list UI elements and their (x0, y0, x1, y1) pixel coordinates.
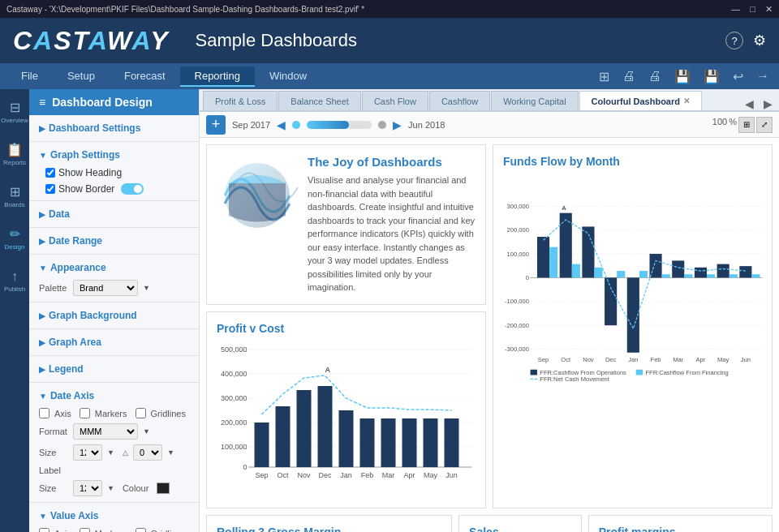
border-toggle[interactable] (121, 183, 144, 195)
svg-text:Feb: Feb (361, 471, 374, 479)
section-legend: ▶ Legend (29, 356, 199, 383)
tab-prev-icon[interactable]: ◀ (742, 97, 757, 110)
tab-cash-flow[interactable]: Cash Flow (362, 91, 428, 110)
svg-rect-34 (730, 274, 738, 277)
rail-reports[interactable]: 📋 Reports (2, 135, 28, 174)
section-header-data[interactable]: ▶ Data (29, 204, 199, 224)
svg-text:Sep: Sep (255, 471, 268, 479)
date-nav-left-icon[interactable]: ◀ (277, 118, 286, 131)
value-markers-checkbox[interactable] (80, 528, 90, 532)
svg-rect-75 (445, 418, 459, 467)
section-header-legend[interactable]: ▶ Legend (29, 359, 199, 379)
rail-overview[interactable]: ⊟ Overview (2, 92, 28, 131)
section-graph-settings: ▼ Graph Settings Show Heading Show Borde… (29, 142, 199, 201)
progress-dot-end (378, 121, 386, 129)
profit-cost-title: Profit v Cost (217, 322, 476, 335)
help-icon[interactable]: ? (725, 32, 743, 49)
window-controls[interactable]: — □ ✕ (731, 4, 773, 15)
section-data: ▶ Data (29, 201, 199, 228)
profit-margins-title: Profit margins (599, 526, 762, 533)
svg-rect-16 (537, 237, 549, 277)
tab-next-icon[interactable]: ▶ (760, 97, 776, 110)
value-gridlines-checkbox[interactable] (136, 528, 146, 532)
svg-rect-21 (649, 254, 661, 277)
profit-cost-card: Profit v Cost 500,000 400,000 300,000 20… (206, 311, 486, 508)
date-color-swatch[interactable] (157, 483, 170, 494)
save2-icon[interactable]: 💾 (700, 67, 723, 86)
redo-icon[interactable]: → (753, 67, 773, 86)
date-size-row: Size 12 ▼ △ 0 ▼ (29, 442, 199, 463)
markers-checkbox[interactable] (80, 408, 90, 418)
date-label-size-select[interactable]: 12 (73, 480, 102, 496)
grid-view-icon[interactable]: ⊞ (738, 117, 755, 133)
menu-forecast[interactable]: Forecast (110, 66, 180, 87)
svg-text:Oct: Oct (277, 471, 289, 479)
menu-window[interactable]: Window (255, 66, 321, 87)
section-header-graph-settings[interactable]: ▼ Graph Settings (29, 145, 199, 165)
grid-view-icon[interactable]: ⊞ (596, 67, 613, 86)
section-header-appearance[interactable]: ▼ Appearance (29, 258, 199, 277)
section-header-date-axis[interactable]: ▼ Date Axis (29, 386, 199, 405)
svg-text:100,000: 100,000 (507, 251, 529, 258)
title-bar: Castaway - 'X:\Development\PKIF Files\Da… (0, 0, 779, 18)
tab-profit-loss[interactable]: Profit & Loss (203, 91, 278, 110)
rail-design[interactable]: ✏ Design (2, 219, 28, 258)
tab-close-icon[interactable]: ✕ (683, 97, 690, 105)
chevron-right-icon-bg: ▶ (39, 311, 45, 320)
date-format-dropdown-icon: ▼ (143, 427, 150, 435)
svg-text:0: 0 (526, 274, 529, 281)
chevron-down-icon-value-axis: ▼ (39, 512, 47, 521)
undo-icon[interactable]: ↩ (730, 67, 747, 86)
svg-text:FFR:Cashflow From Financing: FFR:Cashflow From Financing (645, 369, 728, 376)
tab-balance-sheet[interactable]: Balance Sheet (278, 91, 361, 110)
rail-publish[interactable]: ↑ Publish (2, 261, 28, 300)
tab-working-capital[interactable]: Working Capital (491, 91, 578, 110)
date-format-select[interactable]: MMM (73, 423, 138, 440)
minimize-btn[interactable]: — (731, 4, 740, 15)
date-size-select[interactable]: 12 (73, 444, 102, 461)
maximize-btn[interactable]: □ (750, 4, 755, 15)
show-heading-checkbox[interactable] (45, 168, 55, 178)
svg-text:Jan: Jan (628, 356, 638, 363)
svg-rect-35 (751, 274, 760, 277)
menu-reporting[interactable]: Reporting (180, 66, 255, 87)
panel-header: ≡ Dashboard Design (29, 89, 199, 115)
svg-rect-70 (339, 410, 354, 467)
date-size2-select[interactable]: 0 (133, 444, 162, 461)
menu-setup[interactable]: Setup (53, 66, 110, 87)
date-label-size-dropdown-icon: ▼ (107, 484, 114, 492)
tab-colourful-dashboard[interactable]: Colourful Dashboard ✕ (579, 91, 702, 110)
close-btn[interactable]: ✕ (765, 4, 773, 15)
date-nav-right-icon[interactable]: ▶ (393, 118, 402, 131)
print2-icon[interactable]: 🖨 (645, 67, 665, 86)
show-border-checkbox[interactable] (45, 184, 55, 194)
svg-rect-26 (549, 247, 557, 278)
svg-text:A: A (325, 366, 331, 374)
svg-text:500,000: 500,000 (221, 345, 247, 354)
hamburger-icon[interactable]: ≡ (39, 96, 45, 109)
add-button[interactable]: + (206, 115, 226, 135)
axis-checkbox[interactable] (39, 408, 49, 418)
rolling-margin-card: Rolling 3 Gross Margin 1,200,000 1,000,0… (206, 515, 452, 533)
chevron-right-icon-date-range: ▶ (39, 237, 45, 246)
chevron-right-icon-area: ▶ (39, 338, 45, 347)
icon-rail: ⊟ Overview 📋 Reports ⊞ Boards ✏ Design ↑… (0, 89, 29, 532)
gridlines-checkbox[interactable] (136, 408, 146, 418)
svg-rect-74 (424, 418, 438, 467)
menu-file[interactable]: File (6, 66, 53, 87)
section-header-graph-bg[interactable]: ▶ Graph Background (29, 306, 199, 325)
settings-icon[interactable]: ⚙ (753, 32, 766, 49)
section-header-date-range[interactable]: ▶ Date Range (29, 231, 199, 251)
palette-select[interactable]: Brand Default (73, 280, 138, 296)
tab-cashflow[interactable]: Cashflow (429, 91, 490, 110)
save-icon[interactable]: 💾 (671, 67, 694, 86)
rail-boards[interactable]: ⊞ Boards (2, 177, 28, 216)
section-header-value-axis[interactable]: ▼ Value Axis (29, 506, 199, 526)
fullscreen-icon[interactable]: ⤢ (756, 117, 773, 133)
section-header-dashboard-settings[interactable]: ▶ Dashboard Settings (29, 118, 199, 138)
value-axis-checkbox[interactable] (39, 528, 49, 532)
print-icon[interactable]: 🖨 (619, 67, 639, 86)
section-header-graph-area[interactable]: ▶ Graph Area (29, 332, 199, 352)
design-icon: ✏ (10, 226, 20, 242)
svg-rect-24 (717, 264, 730, 278)
